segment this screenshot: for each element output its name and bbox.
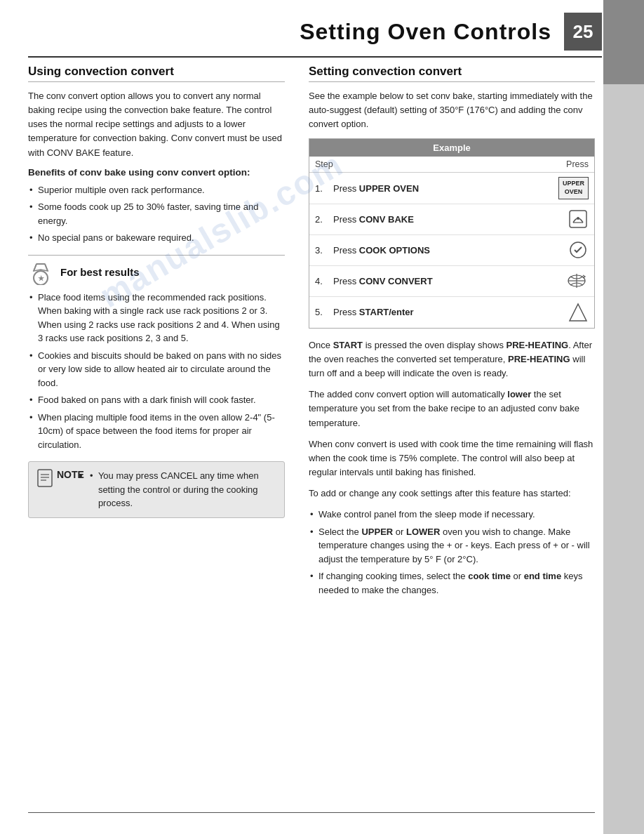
- best-results-item-4: When placing multiple food items in the …: [28, 411, 285, 452]
- page-title: Setting Oven Controls: [28, 19, 564, 45]
- page-number: 25: [564, 13, 602, 51]
- step-icon-1: UPPEROVEN: [556, 177, 589, 199]
- scrollbar-thumb[interactable]: [603, 0, 644, 84]
- example-row-1: 1. Press UPPER OVEN UPPEROVEN: [309, 173, 594, 204]
- left-subsection-title: Benefits of conv bake using conv convert…: [28, 167, 285, 178]
- step-text-2: Press CONV BAKE: [333, 214, 552, 225]
- body-para-4: To add or change any cook settings after…: [309, 486, 595, 501]
- right-intro-text: See the example below to set conv bake, …: [309, 89, 595, 131]
- best-results-item-2: Cookies and biscuits should be baked on …: [28, 349, 285, 390]
- step-icon-3: [556, 239, 589, 260]
- conv-bake-icon: [568, 208, 589, 230]
- change-setting-1: Wake control panel from the sleep mode i…: [309, 508, 595, 522]
- example-table: Example Step Press 1. Press UPPER OVEN U…: [309, 138, 595, 328]
- right-section-title: Setting convection convert: [309, 65, 595, 82]
- step-num-2: 2.: [315, 214, 329, 225]
- step-num-1: 1.: [315, 183, 329, 194]
- step-bold-3: COOK OPTIONS: [359, 245, 430, 256]
- step-icon-4: [556, 271, 589, 291]
- body-para-3: When conv convert is used with cook time…: [309, 437, 595, 479]
- benefit-item-1: Superior multiple oven rack performance.: [28, 183, 285, 197]
- step-bold-5: START/enter: [359, 307, 414, 317]
- note-doc-icon: [37, 469, 53, 487]
- benefit-item-2: Some foods cook up 25 to 30% faster, sav…: [28, 200, 285, 227]
- best-results-list: Place food items using the recommended r…: [28, 291, 285, 452]
- svg-rect-6: [38, 470, 52, 486]
- step-text-4: Press CONV CONVERT: [333, 276, 552, 286]
- scrollbar-area[interactable]: [603, 0, 644, 834]
- svg-marker-17: [570, 304, 586, 321]
- step-num-5: 5.: [315, 307, 329, 317]
- example-col-headers: Step Press: [309, 157, 594, 173]
- right-column: Setting convection convert See the examp…: [302, 65, 595, 604]
- step-bold-1: UPPER OVEN: [359, 183, 419, 194]
- body-para-2: The added conv convert option will autom…: [309, 388, 595, 430]
- note-content-list: You may press CANCEL any time when setti…: [90, 469, 276, 510]
- start-icon: [568, 302, 589, 323]
- change-settings-list: Wake control panel from the sleep mode i…: [309, 508, 595, 597]
- step-text-5: Press START/enter: [333, 307, 552, 317]
- change-setting-3: If changing cooking times, select the co…: [309, 569, 595, 597]
- step-text-3: Press COOK OPTIONS: [333, 245, 552, 256]
- col-press: Press: [566, 159, 589, 169]
- cook-options-icon: [568, 239, 589, 260]
- step-bold-4: CONV CONVERT: [359, 276, 433, 286]
- best-results-item-1: Place food items using the recommended r…: [28, 291, 285, 345]
- step-icon-2: [556, 208, 589, 230]
- step-text-1: Press UPPER OVEN: [333, 183, 552, 194]
- best-results-item-3: Food baked on pans with a dark finish wi…: [28, 393, 285, 407]
- bottom-rule: [28, 812, 595, 814]
- step-num-3: 3.: [315, 245, 329, 256]
- svg-point-12: [577, 217, 579, 220]
- conv-convert-icon: [565, 271, 589, 291]
- benefit-item-3: No special pans or bakeware required.: [28, 231, 285, 245]
- note-item-1: You may press CANCEL any time when setti…: [90, 469, 276, 510]
- medal-icon: ★: [28, 260, 53, 285]
- step-bold-2: CONV BAKE: [359, 214, 414, 225]
- step-icon-5: [556, 302, 589, 323]
- step-num-4: 4.: [315, 276, 329, 286]
- example-row-4: 4. Press CONV CONVERT: [309, 266, 594, 297]
- benefits-list: Superior multiple oven rack performance.…: [28, 183, 285, 245]
- body-para-1: Once START is pressed the oven display s…: [309, 338, 595, 380]
- note-box: NOTE You may press CANCEL any time when …: [28, 461, 285, 518]
- best-results-box: ★ For best results Place food items usin…: [28, 255, 285, 452]
- best-results-title: For best results: [60, 266, 140, 278]
- example-row-3: 3. Press COOK OPTIONS: [309, 235, 594, 266]
- upper-oven-icon: UPPEROVEN: [558, 177, 589, 199]
- change-setting-2: Select the UPPER or LOWER oven you wish …: [309, 525, 595, 567]
- left-section-title: Using convection convert: [28, 65, 285, 82]
- left-section-body: The conv convert option allows you to co…: [28, 89, 285, 160]
- svg-text:★: ★: [38, 274, 45, 282]
- col-step: Step: [315, 159, 333, 169]
- page-header: Setting Oven Controls 25: [28, 0, 602, 58]
- note-icon-wrap: NOTE: [37, 469, 84, 487]
- left-column: Using convection convert The conv conver…: [28, 65, 302, 604]
- example-table-header: Example: [309, 139, 594, 157]
- content-area: Using convection convert The conv conver…: [0, 65, 644, 604]
- example-row-2: 2. Press CONV BAKE: [309, 204, 594, 235]
- best-results-header: ★ For best results: [28, 260, 285, 285]
- example-row-5: 5. Press START/enter: [309, 297, 594, 328]
